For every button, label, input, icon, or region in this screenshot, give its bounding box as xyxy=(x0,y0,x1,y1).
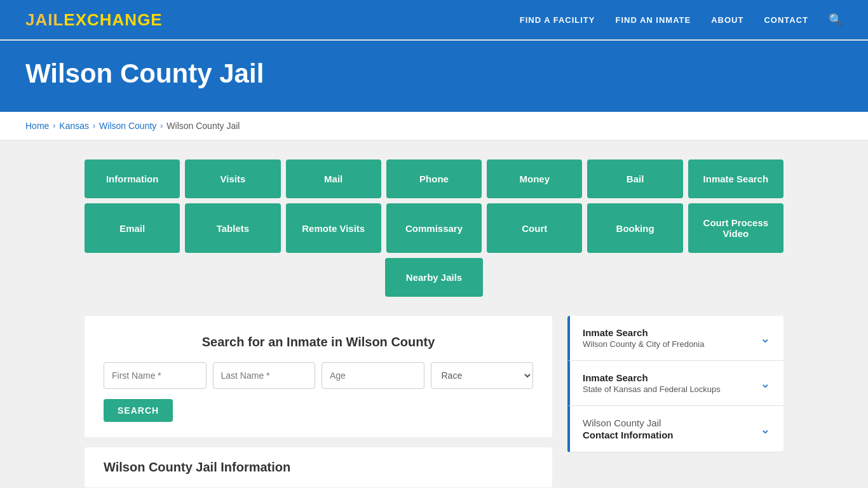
breadcrumb: Home › Kansas › Wilson County › Wilson C… xyxy=(25,121,843,131)
btn-email[interactable]: Email xyxy=(85,203,180,253)
info-title: Wilson County Jail Information xyxy=(104,460,533,475)
btn-booking[interactable]: Booking xyxy=(587,203,682,253)
logo-exchange: EXCHANGE xyxy=(64,10,162,29)
last-name-input[interactable] xyxy=(213,362,316,389)
page-title: Wilson County Jail xyxy=(25,58,843,89)
btn-remote-visits[interactable]: Remote Visits xyxy=(286,203,381,253)
nav-about[interactable]: ABOUT xyxy=(711,15,743,25)
hero-banner: Wilson County Jail xyxy=(0,41,868,112)
nav-contact[interactable]: CONTACT xyxy=(764,15,808,25)
sidebar-card-subtitle-state: State of Kansas and Federal Lockups xyxy=(583,384,721,394)
sidebar-card-text-state: Inmate Search State of Kansas and Federa… xyxy=(583,372,721,394)
breadcrumb-home[interactable]: Home xyxy=(25,121,49,131)
nav-find-facility[interactable]: FIND A FACILITY xyxy=(520,15,595,25)
sidebar-card-title-county: Inmate Search xyxy=(583,327,704,338)
content-columns: Search for an Inmate in Wilson County Ra… xyxy=(85,316,783,487)
age-input[interactable] xyxy=(322,362,424,389)
header: JAILEXCHANGE FIND A FACILITY FIND AN INM… xyxy=(0,0,868,41)
logo-jail: JAIL xyxy=(25,10,64,29)
sidebar-card-title-state: Inmate Search xyxy=(583,372,721,383)
search-button[interactable]: SEARCH xyxy=(104,399,173,422)
breadcrumb-current: Wilson County Jail xyxy=(166,121,240,131)
btn-nearby-jails[interactable]: Nearby Jails xyxy=(385,258,483,297)
breadcrumb-sep-3: › xyxy=(160,121,163,130)
search-title: Search for an Inmate in Wilson County xyxy=(104,335,533,349)
btn-phone[interactable]: Phone xyxy=(386,159,482,198)
chevron-down-icon-contact: ⌄ xyxy=(760,421,771,437)
sidebar-card-text-county: Inmate Search Wilson County & City of Fr… xyxy=(583,327,704,349)
breadcrumb-wilson-county[interactable]: Wilson County xyxy=(99,121,156,131)
sidebar-card-subtitle-county: Wilson County & City of Fredonia xyxy=(583,339,704,349)
btn-money[interactable]: Money xyxy=(487,159,582,198)
info-panel: Wilson County Jail Information xyxy=(85,447,552,487)
btn-commissary[interactable]: Commissary xyxy=(386,203,482,253)
search-fields: Race White Black Hispanic Asian Other xyxy=(104,362,533,389)
btn-inmate-search[interactable]: Inmate Search xyxy=(688,159,783,198)
search-icon[interactable]: 🔍 xyxy=(829,13,843,27)
sidebar-card-inmate-search-county[interactable]: Inmate Search Wilson County & City of Fr… xyxy=(567,316,783,361)
btn-tablets[interactable]: Tablets xyxy=(185,203,280,253)
sidebar-card-inmate-search-state[interactable]: Inmate Search State of Kansas and Federa… xyxy=(567,361,783,406)
sidebar-card-contact[interactable]: Wilson County Jail Contact Information ⌄ xyxy=(567,406,783,452)
main-area: Information Visits Mail Phone Money Bail… xyxy=(0,140,868,488)
button-grid-row2: Email Tablets Remote Visits Commissary C… xyxy=(85,203,783,253)
sidebar-card-text-contact: Wilson County Jail Contact Information xyxy=(583,417,674,440)
chevron-down-icon-county: ⌄ xyxy=(760,330,771,346)
logo[interactable]: JAILEXCHANGE xyxy=(25,10,163,30)
button-grid-row3: Nearby Jails xyxy=(85,258,783,297)
sidebar-card-title-contact-light: Wilson County Jail xyxy=(583,417,674,428)
search-panel: Search for an Inmate in Wilson County Ra… xyxy=(85,316,552,437)
nav: FIND A FACILITY FIND AN INMATE ABOUT CON… xyxy=(520,13,843,27)
btn-mail[interactable]: Mail xyxy=(286,159,381,198)
breadcrumb-kansas[interactable]: Kansas xyxy=(59,121,89,131)
breadcrumb-sep-1: › xyxy=(53,121,55,130)
btn-information[interactable]: Information xyxy=(85,159,180,198)
button-grid-row1: Information Visits Mail Phone Money Bail… xyxy=(85,159,783,198)
first-name-input[interactable] xyxy=(104,362,207,389)
left-column: Search for an Inmate in Wilson County Ra… xyxy=(85,316,552,487)
nav-find-inmate[interactable]: FIND AN INMATE xyxy=(615,15,691,25)
race-select[interactable]: Race White Black Hispanic Asian Other xyxy=(431,362,534,389)
btn-court[interactable]: Court xyxy=(487,203,582,253)
btn-bail[interactable]: Bail xyxy=(587,159,682,198)
btn-court-process-video[interactable]: Court Process Video xyxy=(688,203,783,253)
btn-visits[interactable]: Visits xyxy=(185,159,280,198)
breadcrumb-bar: Home › Kansas › Wilson County › Wilson C… xyxy=(0,112,868,140)
breadcrumb-sep-2: › xyxy=(93,121,95,130)
sidebar: Inmate Search Wilson County & City of Fr… xyxy=(567,316,783,487)
chevron-down-icon-state: ⌄ xyxy=(760,376,771,391)
sidebar-card-title-contact-bold: Contact Information xyxy=(583,430,674,440)
